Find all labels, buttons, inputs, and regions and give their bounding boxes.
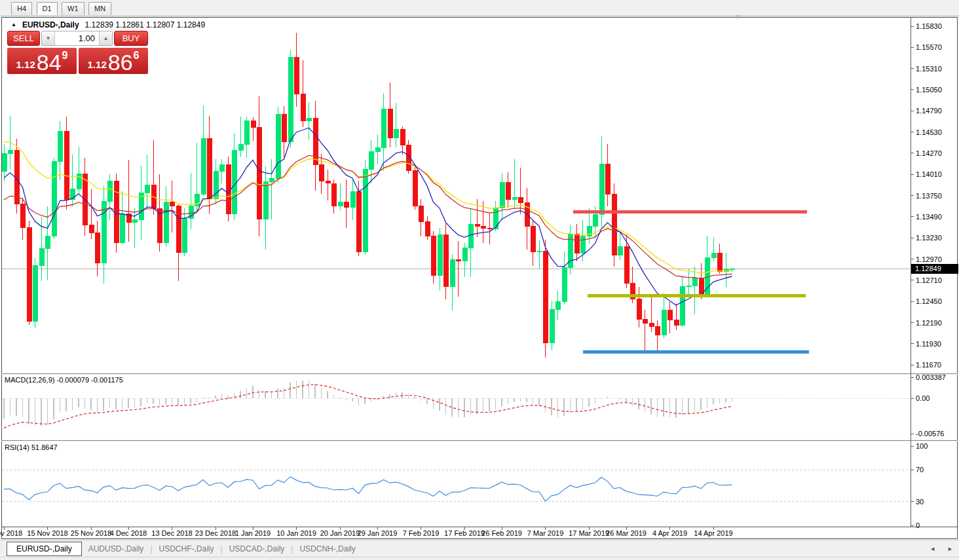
one-click-trading-panel: SELL ▼ 1.00 ▲ BUY 1.12 84 9 1.12 86 6 bbox=[7, 31, 148, 74]
volume-decrease-button[interactable]: ▼ bbox=[42, 31, 55, 45]
chart-tab-usdcad[interactable]: USDCAD-,Daily bbox=[223, 542, 291, 555]
timeframe-tab-mn[interactable]: MN bbox=[88, 2, 111, 15]
bid-price-tag: 1.12849 bbox=[911, 264, 958, 274]
chart-tab-usdchf[interactable]: USDCHF-,Daily bbox=[153, 542, 221, 555]
buy-price-big: 86 bbox=[108, 52, 133, 73]
chart-tab-bar: EURUSD-,Daily AUDUSD-,Daily | USDCHF-,Da… bbox=[0, 540, 959, 557]
tab-scroll-right-icon[interactable]: ► bbox=[941, 546, 959, 552]
sell-price-prefix: 1.12 bbox=[16, 60, 35, 73]
buy-price-tile[interactable]: 1.12 86 6 bbox=[79, 48, 148, 74]
chart-symbol-label: EURUSD-,Daily bbox=[22, 20, 79, 29]
volume-input[interactable]: 1.00 bbox=[55, 31, 99, 45]
chart-title: ▲ EURUSD-,Daily 1.12839 1.12861 1.12807 … bbox=[11, 20, 205, 29]
chart-tab-audusd[interactable]: AUDUSD-,Daily bbox=[82, 542, 151, 555]
tab-scroll-left-icon[interactable]: ◄ bbox=[924, 546, 941, 552]
collapse-triangle-icon[interactable]: ▲ bbox=[11, 22, 16, 28]
sell-button[interactable]: SELL bbox=[7, 31, 40, 46]
chart-frame bbox=[1, 17, 958, 539]
buy-price-prefix: 1.12 bbox=[88, 60, 107, 73]
mt4-chart-window: H4 D1 W1 MN 1.158301.155701.153101.15050… bbox=[0, 0, 959, 560]
chart-tab-eurusd[interactable]: EURUSD-,Daily bbox=[7, 542, 82, 556]
chart-tab-usdcnh[interactable]: USDCNH-,Daily bbox=[293, 542, 362, 555]
volume-stepper: ▼ 1.00 ▲ bbox=[41, 31, 113, 46]
buy-button[interactable]: BUY bbox=[114, 31, 148, 46]
rsi-indicator-label: RSI(14) 51.8647 bbox=[5, 443, 58, 451]
timeframe-tab-d1[interactable]: D1 bbox=[37, 2, 58, 15]
timeframe-tab-h4[interactable]: H4 bbox=[11, 2, 32, 15]
chart-ohlc-values: 1.12839 1.12861 1.12807 1.12849 bbox=[85, 20, 206, 29]
sell-price-pip: 9 bbox=[62, 50, 68, 62]
chart-shift-marker-icon[interactable]: ▼ bbox=[735, 13, 742, 20]
volume-increase-button[interactable]: ▲ bbox=[99, 31, 112, 45]
macd-indicator-label: MACD(12,26,9) -0.000079 -0.001175 bbox=[5, 376, 123, 384]
buy-price-pip: 6 bbox=[134, 50, 140, 62]
sell-price-tile[interactable]: 1.12 84 9 bbox=[7, 48, 77, 74]
timeframe-tab-w1[interactable]: W1 bbox=[62, 2, 85, 15]
timeframe-toolbar: H4 D1 W1 MN bbox=[0, 0, 959, 16]
status-strip bbox=[0, 557, 959, 560]
sell-price-big: 84 bbox=[37, 52, 62, 73]
